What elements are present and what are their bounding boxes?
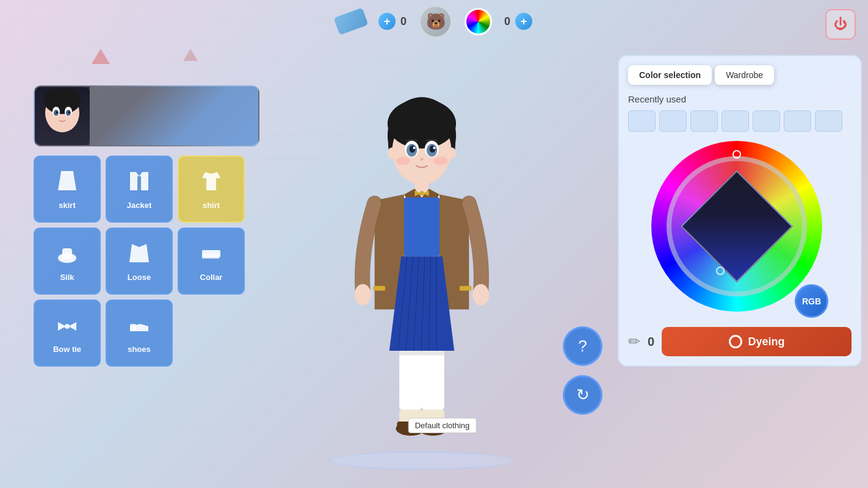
collar-icon <box>199 241 223 270</box>
color-wheel[interactable] <box>651 141 822 312</box>
rainbow-badge-icon <box>465 8 492 35</box>
clothing-item-loose[interactable]: Loose <box>106 228 173 295</box>
clothing-item-jacket[interactable]: Jacket <box>106 156 173 223</box>
action-buttons: ? ↻ <box>563 326 602 415</box>
dyeing-circle-icon <box>729 335 742 348</box>
svg-rect-14 <box>204 254 207 259</box>
svg-point-27 <box>388 148 397 159</box>
recently-used-title: Recently used <box>628 94 852 104</box>
bear-avatar-icon[interactable]: 🐻 <box>419 5 452 38</box>
rgb-badge[interactable]: RGB <box>795 284 828 318</box>
color-swatch-4[interactable] <box>722 110 749 132</box>
stage-shadow <box>330 451 513 470</box>
refresh-icon: ↻ <box>576 386 590 404</box>
character-figure <box>324 85 519 439</box>
color-wheel-container: RGB <box>628 141 852 318</box>
jacket-icon <box>127 169 151 198</box>
svg-point-52 <box>472 284 489 306</box>
svg-rect-13 <box>202 254 204 259</box>
stage-area: Default clothing <box>232 37 612 488</box>
ticket-icon <box>333 7 368 35</box>
svg-rect-22 <box>132 326 134 328</box>
svg-rect-56 <box>422 351 444 356</box>
annotation-line-jacket <box>266 134 351 135</box>
character-preview <box>34 85 259 146</box>
dye-count: 0 <box>648 335 654 349</box>
clothing-item-skirt[interactable]: skirt <box>34 156 101 223</box>
shoes-icon <box>127 313 151 342</box>
wheel-selector-top[interactable] <box>732 150 741 159</box>
dyeing-button[interactable]: Dyeing <box>662 327 852 356</box>
loose-label: Loose <box>128 273 151 282</box>
bg-decoration-triangle-left <box>92 49 110 64</box>
wardrobe-tab[interactable]: Wardrobe <box>715 65 774 85</box>
color-swatch-3[interactable] <box>690 110 718 132</box>
color-swatch-2[interactable] <box>659 110 687 132</box>
clothing-item-bowtie[interactable]: Bow tie <box>34 300 101 367</box>
svg-point-37 <box>420 158 424 160</box>
svg-rect-11 <box>62 248 72 259</box>
currency-group-2: 0 + <box>504 13 532 30</box>
svg-point-39 <box>433 157 447 165</box>
svg-point-34 <box>430 146 436 153</box>
svg-rect-41 <box>404 198 439 257</box>
loose-icon <box>127 241 151 270</box>
help-icon: ? <box>578 337 587 356</box>
add-currency1-button[interactable]: + <box>378 13 396 30</box>
color-selection-tab[interactable]: Color selection <box>628 65 712 85</box>
add-currency2-button[interactable]: + <box>515 13 532 30</box>
svg-rect-18 <box>214 254 217 259</box>
eraser-icon: ✏ <box>628 333 640 350</box>
color-swatch-7[interactable] <box>815 110 842 132</box>
bowtie-label: Bow tie <box>53 345 81 354</box>
help-button[interactable]: ? <box>563 326 602 366</box>
default-clothing-label: Default clothing <box>408 418 477 433</box>
svg-point-1 <box>44 88 81 114</box>
character-face-preview <box>35 87 90 145</box>
svg-point-33 <box>410 146 416 153</box>
svg-rect-53 <box>399 351 422 410</box>
color-swatch-6[interactable] <box>784 110 811 132</box>
bowtie-icon <box>55 313 79 342</box>
svg-point-28 <box>447 148 456 159</box>
svg-point-35 <box>413 147 416 149</box>
annotation-line-collar <box>266 159 339 159</box>
right-panel: Color selection Wardrobe Recently used R… <box>618 55 862 367</box>
svg-rect-9 <box>137 176 141 190</box>
shirt-icon <box>199 169 223 198</box>
clothing-grid: skirt Jacket shirt Silk <box>34 156 262 367</box>
skirt-icon <box>55 169 79 198</box>
svg-rect-15 <box>207 254 209 259</box>
svg-rect-54 <box>422 351 444 410</box>
clothing-item-shoes[interactable]: shoes <box>106 300 173 367</box>
recently-used-swatches <box>628 110 852 132</box>
color-swatch-1[interactable] <box>628 110 656 132</box>
bg-decoration-triangle-right <box>183 49 198 61</box>
dyeing-label: Dyeing <box>748 336 785 348</box>
clothing-item-silk[interactable]: Silk <box>34 228 101 295</box>
svg-rect-43 <box>460 286 471 291</box>
currency-group-1: + 0 <box>378 13 407 30</box>
svg-point-38 <box>396 157 410 165</box>
svg-point-26 <box>388 99 456 148</box>
svg-rect-42 <box>374 286 385 291</box>
svg-rect-16 <box>209 254 212 259</box>
refresh-button[interactable]: ↻ <box>563 375 602 415</box>
bottom-bar: ✏ 0 Dyeing <box>628 327 852 356</box>
power-icon: ⏻ <box>834 16 847 32</box>
currency2-value: 0 <box>504 15 510 28</box>
svg-point-7 <box>68 112 70 113</box>
shoes-label: shoes <box>128 345 151 354</box>
svg-point-51 <box>355 284 371 306</box>
currency1-value: 0 <box>400 15 407 28</box>
jacket-label: Jacket <box>127 201 151 210</box>
svg-rect-19 <box>217 254 219 259</box>
power-button[interactable]: ⏻ <box>825 9 856 40</box>
svg-point-6 <box>56 112 58 113</box>
svg-point-36 <box>433 147 435 149</box>
left-panel: skirt Jacket shirt Silk <box>34 85 262 367</box>
svg-point-44 <box>419 191 424 196</box>
svg-rect-23 <box>132 328 134 329</box>
color-swatch-5[interactable] <box>753 110 780 132</box>
svg-rect-17 <box>212 254 214 259</box>
